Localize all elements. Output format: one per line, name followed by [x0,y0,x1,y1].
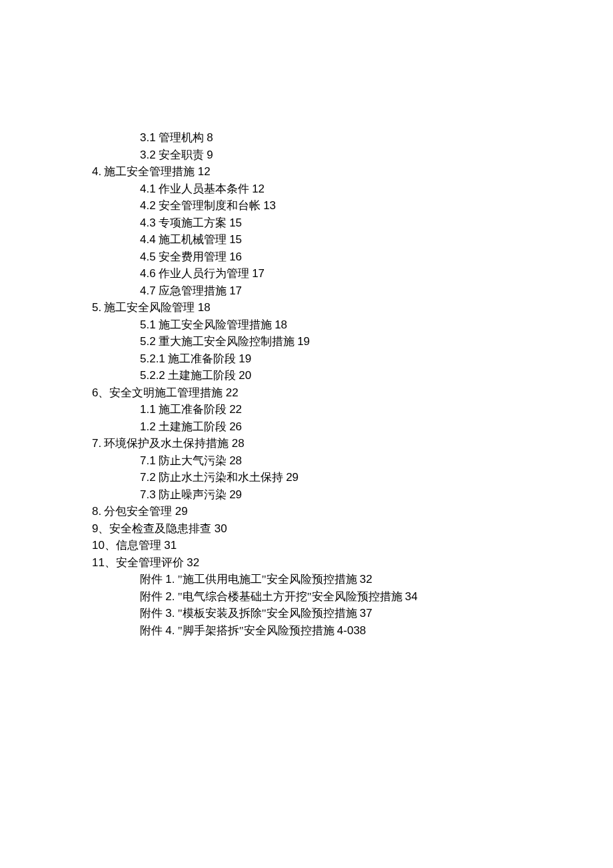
toc-entry: 4.3 专项施工方案 15 [92,215,613,232]
toc-entry: 3.1 管理机构 8 [92,129,613,147]
toc-entry: 6、安全文明施工管理措施 22 [92,384,613,402]
toc-entry: 5.2.2 土建施工阶段 20 [92,367,613,384]
toc-entry: 5. 施工安全风险管理 18 [92,299,613,316]
toc-entry: 8. 分包安全管理 29 [92,503,613,520]
toc-entry: 4.4 施工机械管理 15 [92,231,613,248]
toc-entry: 4.6 作业人员行为管理 17 [92,265,613,282]
toc-entry: 7.3 防止噪声污染 29 [92,486,613,504]
toc-entry: 4.1 作业人员基本条件 12 [92,181,613,198]
toc-entry: 9、安全检查及隐患排查 30 [92,520,613,538]
toc-entry: 11、安全管理评价 32 [92,554,613,572]
toc-entry: 4.2 安全管理制度和台帐 13 [92,197,613,215]
toc-entry: 7. 环境保护及水土保持措施 28 [92,435,613,452]
toc-entry: 1.1 施工准备阶段 22 [92,401,613,418]
toc-entry: 4.7 应急管理措施 17 [92,282,613,300]
toc-entry: 附件 4. "脚手架搭拆"安全风险预控措施 4-038 [92,622,613,640]
toc-entry: 附件 3. "模板安装及拆除"安全风险预控措施 37 [92,605,613,622]
toc-entry: 4.5 安全费用管理 16 [92,248,613,266]
toc-entry: 附件 1. "施工供用电施工"安全风险预控措施 32 [92,571,613,588]
toc-entry: 附件 2. "电气综合楼基础土方开挖"安全风险预控措施 34 [92,588,613,606]
table-of-contents: 3.1 管理机构 83.2 安全职责 94. 施工安全管理措施 124.1 作业… [92,129,613,639]
toc-entry: 1.2 土建施工阶段 26 [92,418,613,436]
toc-entry: 7.1 防止大气污染 28 [92,452,613,470]
toc-entry: 4. 施工安全管理措施 12 [92,163,613,181]
toc-entry: 10、信息管理 31 [92,537,613,554]
toc-entry: 3.2 安全职责 9 [92,147,613,164]
toc-entry: 7.2 防止水土污染和水土保持 29 [92,469,613,486]
toc-entry: 5.2 重大施工安全风险控制措施 19 [92,333,613,350]
toc-entry: 5.2.1 施工准备阶段 19 [92,350,613,368]
toc-entry: 5.1 施工安全风险管理措施 18 [92,316,613,334]
